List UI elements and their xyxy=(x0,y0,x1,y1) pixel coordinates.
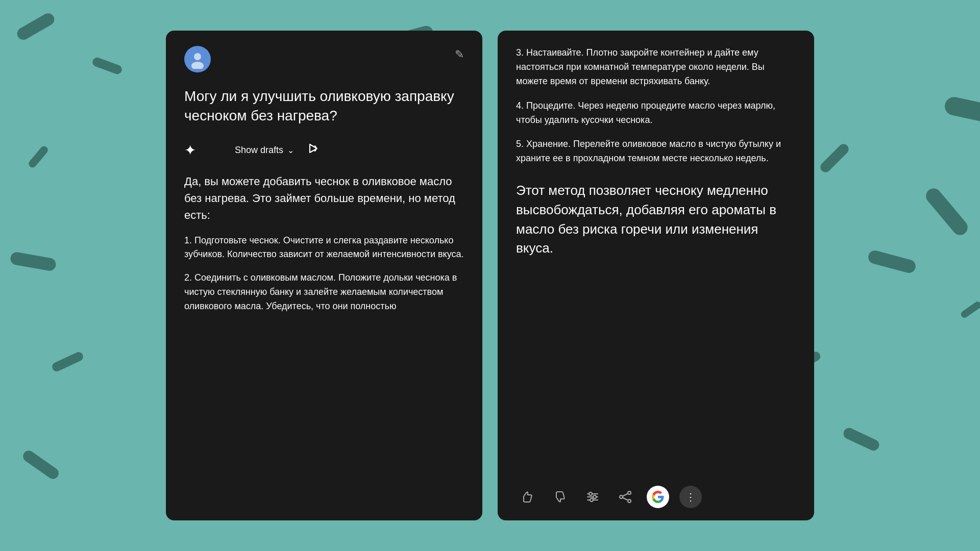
share-button[interactable] xyxy=(614,486,636,508)
right-content: 3. Настаивайте. Плотно закройте контейне… xyxy=(516,46,796,475)
svg-point-0 xyxy=(194,53,201,60)
svg-point-10 xyxy=(620,495,623,498)
more-icon: ⋮ xyxy=(685,491,696,503)
edit-icon[interactable]: ✎ xyxy=(455,48,464,61)
svg-point-8 xyxy=(590,498,593,502)
card-header: ✎ xyxy=(184,46,464,72)
svg-point-11 xyxy=(628,499,631,503)
step4: 4. Процедите. Через неделю процедите мас… xyxy=(516,99,796,128)
svg-point-9 xyxy=(628,491,631,494)
google-icon[interactable] xyxy=(647,486,669,508)
svg-point-1 xyxy=(191,62,204,69)
answer-intro: Да, вы можете добавить чеснок в оливково… xyxy=(184,173,464,223)
left-card: ✎ Могу ли я улучшить оливковую заправку … xyxy=(166,31,482,520)
svg-line-13 xyxy=(623,498,628,500)
audio-icon[interactable] xyxy=(306,142,320,158)
svg-point-6 xyxy=(589,492,592,495)
sliders-button[interactable] xyxy=(581,486,604,508)
answer-step1: 1. Подготовьте чеснок. Очистите и слегка… xyxy=(184,234,464,262)
chevron-down-icon: ⌄ xyxy=(287,145,294,155)
summary-text: Этот метод позволяет чесноку медленно вы… xyxy=(516,181,796,258)
avatar xyxy=(184,46,211,72)
show-drafts-button[interactable]: Show drafts ⌄ xyxy=(235,145,294,156)
answer-text: Да, вы можете добавить чеснок в оливково… xyxy=(184,173,464,323)
svg-point-7 xyxy=(593,495,596,498)
main-container: ✎ Могу ли я улучшить оливковую заправку … xyxy=(0,0,980,551)
more-options-button[interactable]: ⋮ xyxy=(679,486,702,508)
gemini-star-icon: ✦ xyxy=(184,142,196,159)
action-bar: ⋮ xyxy=(516,475,796,508)
step5: 5. Хранение. Перелейте оливковое масло в… xyxy=(516,137,796,166)
question-text: Могу ли я улучшить оливковую заправку че… xyxy=(184,87,464,126)
show-drafts-label: Show drafts xyxy=(235,145,283,156)
drafts-bar: ✦ Show drafts ⌄ xyxy=(184,142,464,159)
thumbs-up-button[interactable] xyxy=(516,486,538,508)
svg-line-12 xyxy=(623,494,628,496)
answer-step2: 2. Соединить с оливковым маслом. Положит… xyxy=(184,271,464,314)
right-card: 3. Настаивайте. Плотно закройте контейне… xyxy=(498,31,814,520)
step3: 3. Настаивайте. Плотно закройте контейне… xyxy=(516,46,796,89)
thumbs-down-button[interactable] xyxy=(549,486,571,508)
